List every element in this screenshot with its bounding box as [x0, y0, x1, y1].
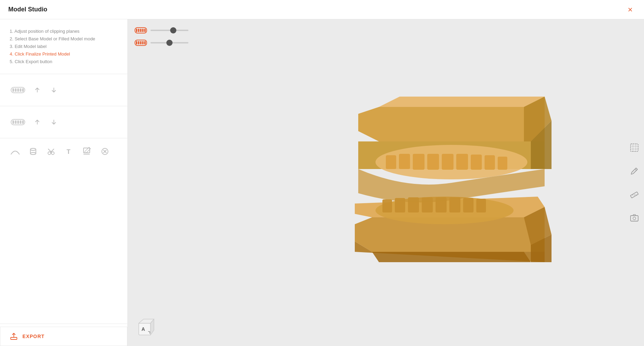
svg-rect-49	[456, 154, 468, 170]
instruction-5: 5. Click Export button	[10, 58, 118, 66]
upper-slider-thumb[interactable]	[170, 27, 176, 33]
upper-slider-teeth	[135, 26, 147, 34]
svg-rect-8	[15, 120, 17, 124]
svg-rect-52	[498, 157, 507, 170]
svg-rect-50	[471, 155, 482, 170]
upper-teeth-icon	[10, 85, 26, 96]
lower-controls	[0, 109, 127, 135]
divider-1	[0, 74, 127, 74]
lower-down-button[interactable]	[48, 117, 59, 128]
reset-tool[interactable]	[99, 146, 110, 157]
svg-rect-4	[20, 88, 21, 92]
divider-export	[0, 324, 127, 324]
svg-rect-57	[382, 199, 392, 212]
grid-tool-button[interactable]	[627, 141, 641, 155]
left-panel: 1. Adjust position of clipping planes 2.…	[0, 19, 128, 346]
upper-up-button[interactable]	[32, 85, 43, 96]
instruction-2: 2. Select Base Model or Filled Model mod…	[10, 35, 118, 43]
svg-rect-3	[17, 88, 19, 92]
export-button[interactable]: EXPORT	[0, 327, 127, 346]
viewport[interactable]: A	[128, 19, 644, 346]
svg-rect-5	[22, 88, 24, 92]
export-icon	[10, 333, 18, 340]
model-studio-window: Model Studio × 1. Adjust position of cli…	[0, 0, 644, 346]
export-label: EXPORT	[22, 334, 45, 339]
svg-point-12	[30, 148, 36, 150]
svg-rect-29	[136, 29, 137, 32]
title-bar: Model Studio ×	[0, 0, 644, 19]
svg-rect-11	[22, 120, 24, 124]
brush-tool-button[interactable]	[627, 164, 641, 178]
content-area: 1. Adjust position of clipping planes 2.…	[0, 19, 644, 346]
svg-rect-46	[413, 154, 425, 170]
screenshot-tool-button[interactable]	[627, 211, 641, 225]
svg-rect-85	[631, 216, 638, 221]
svg-text:T: T	[67, 148, 70, 155]
svg-rect-10	[20, 120, 21, 124]
svg-line-83	[634, 194, 635, 195]
right-toolbar	[625, 19, 644, 346]
svg-rect-39	[144, 41, 146, 45]
svg-rect-2	[15, 88, 17, 92]
svg-rect-7	[12, 120, 14, 124]
axis-cube[interactable]: A	[136, 317, 157, 338]
lower-teeth-icon	[10, 117, 26, 128]
svg-rect-33	[144, 29, 146, 32]
text-tool[interactable]: T	[64, 146, 75, 157]
instructions-panel: 1. Adjust position of clipping planes 2.…	[0, 19, 127, 71]
viewport-sliders	[135, 26, 188, 47]
instruction-4: 4. Click Finalize Printed Model	[10, 50, 118, 58]
upper-controls	[0, 77, 127, 103]
svg-rect-32	[142, 29, 144, 32]
svg-rect-31	[140, 29, 142, 32]
svg-rect-64	[476, 199, 486, 212]
window-title: Model Studio	[8, 6, 47, 13]
lower-slider-track[interactable]	[150, 42, 188, 43]
arch-tool[interactable]	[10, 146, 21, 157]
svg-marker-67	[372, 252, 531, 262]
svg-rect-44	[386, 155, 396, 169]
svg-rect-27	[11, 337, 17, 339]
scissors-tool[interactable]	[46, 146, 57, 157]
svg-marker-41	[379, 97, 545, 107]
svg-rect-38	[142, 41, 144, 45]
svg-text:A: A	[142, 326, 145, 332]
upper-slider-track[interactable]	[150, 30, 188, 31]
cylinder-tool[interactable]	[28, 146, 39, 157]
svg-rect-35	[136, 41, 137, 45]
svg-rect-9	[17, 120, 19, 124]
svg-rect-37	[140, 41, 142, 45]
upper-slider-row	[135, 26, 188, 34]
svg-rect-36	[138, 41, 139, 45]
svg-rect-48	[442, 154, 453, 170]
divider-2	[0, 106, 127, 106]
lower-up-button[interactable]	[32, 117, 43, 128]
export-section: EXPORT	[0, 321, 127, 346]
lower-slider-teeth	[135, 39, 147, 47]
lower-slider-row	[135, 39, 188, 47]
instruction-1: 1. Adjust position of clipping planes	[10, 28, 118, 35]
svg-rect-30	[138, 29, 139, 32]
upper-down-button[interactable]	[48, 85, 59, 96]
edit-tool[interactable]	[81, 146, 92, 157]
svg-point-13	[30, 152, 36, 155]
tools-row: T	[0, 141, 127, 162]
divider-3	[0, 138, 127, 138]
instruction-3: 3. Edit Model label	[10, 43, 118, 50]
upper-control-row	[10, 81, 118, 99]
close-button[interactable]: ×	[625, 4, 636, 15]
svg-rect-45	[399, 154, 410, 169]
svg-rect-47	[427, 154, 439, 170]
svg-rect-76	[631, 144, 638, 151]
svg-rect-1	[12, 88, 14, 92]
lower-slider-thumb[interactable]	[166, 40, 173, 46]
svg-point-86	[633, 217, 636, 220]
svg-rect-63	[463, 198, 474, 212]
ruler-tool-button[interactable]	[627, 188, 641, 201]
dental-model	[338, 86, 579, 279]
svg-rect-51	[485, 155, 495, 170]
lower-control-row	[10, 113, 118, 131]
